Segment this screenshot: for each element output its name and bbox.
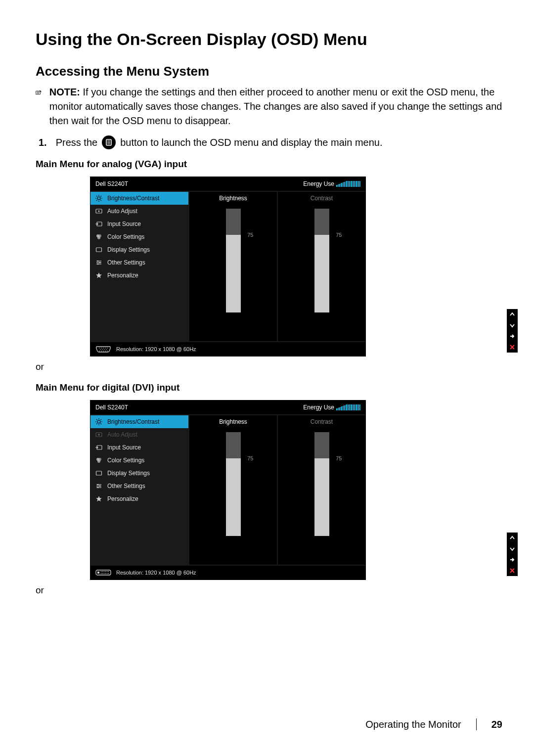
- svg-point-43: [103, 351, 104, 352]
- svg-point-41: [99, 351, 100, 352]
- svg-point-60: [97, 460, 100, 463]
- dvi-connector-icon: [95, 569, 111, 576]
- svg-line-16: [96, 200, 97, 201]
- svg-point-23: [97, 236, 100, 239]
- menu-personalize[interactable]: Personalize: [90, 492, 188, 505]
- nav-enter-button[interactable]: [507, 331, 518, 342]
- menu-input-source[interactable]: Input Source: [90, 218, 188, 230]
- menu-input-source[interactable]: Input Source: [90, 441, 188, 454]
- contrast-gauge[interactable]: 75: [314, 209, 329, 312]
- svg-point-39: [104, 349, 105, 350]
- note-prefix: NOTE:: [49, 87, 80, 97]
- svg-rect-81: [107, 573, 107, 574]
- energy-indicator: Energy Use: [303, 404, 360, 411]
- color-settings-icon: [95, 233, 102, 240]
- menu-item-label: Color Settings: [107, 233, 144, 240]
- svg-point-65: [97, 484, 99, 486]
- svg-point-32: [99, 348, 100, 349]
- svg-line-53: [96, 424, 97, 425]
- menu-item-label: Other Settings: [107, 259, 145, 266]
- section-title: Accessing the Menu System: [36, 64, 504, 79]
- menu-color-settings[interactable]: Color Settings: [90, 454, 188, 467]
- svg-point-67: [97, 487, 99, 489]
- contrast-gauge[interactable]: 75: [314, 432, 329, 536]
- menu-brightness-contrast[interactable]: Brightness/Contrast: [90, 415, 188, 428]
- svg-line-14: [96, 196, 97, 197]
- menu-personalize[interactable]: Personalize: [90, 269, 188, 282]
- brightness-gauge[interactable]: 75: [226, 432, 241, 536]
- energy-bars-icon: [336, 404, 360, 410]
- contrast-value: 75: [336, 455, 342, 461]
- star-icon: [95, 495, 102, 502]
- auto-adjust-icon: [95, 208, 102, 215]
- contrast-value: 75: [336, 232, 342, 238]
- nav-up-button[interactable]: [507, 533, 518, 543]
- energy-label: Energy Use: [303, 404, 334, 411]
- svg-point-66: [99, 486, 101, 487]
- brightness-column: Brightness 75: [188, 192, 277, 341]
- svg-rect-80: [105, 573, 106, 574]
- menu-item-label: Color Settings: [107, 457, 144, 464]
- osd-menu-list: Brightness/Contrast Auto Adjust Input So…: [90, 192, 188, 341]
- svg-point-34: [103, 348, 104, 349]
- svg-rect-79: [104, 573, 104, 574]
- menu-item-label: Auto Adjust: [107, 208, 137, 215]
- brightness-column: Brightness 75: [188, 415, 277, 565]
- or-separator: or: [36, 585, 504, 596]
- svg-marker-68: [96, 496, 102, 502]
- brightness-value: 75: [247, 455, 253, 461]
- color-settings-icon: [95, 457, 102, 464]
- energy-bars-icon: [336, 181, 360, 187]
- page-footer: Operating the Monitor 29: [365, 718, 502, 730]
- brightness-label: Brightness: [219, 195, 247, 202]
- menu-other-settings[interactable]: Other Settings: [90, 480, 188, 492]
- svg-point-9: [97, 197, 100, 200]
- sun-icon: [95, 195, 102, 202]
- menu-brightness-contrast[interactable]: Brightness/Contrast: [90, 192, 188, 205]
- svg-rect-75: [107, 571, 107, 572]
- note-icon: [36, 87, 42, 98]
- menu-auto-adjust[interactable]: Auto Adjust: [90, 205, 188, 218]
- svg-point-30: [97, 264, 99, 265]
- menu-item-label: Display Settings: [107, 246, 150, 253]
- svg-line-52: [101, 424, 102, 425]
- menu-display-settings[interactable]: Display Settings: [90, 243, 188, 256]
- svg-point-36: [107, 348, 108, 349]
- svg-rect-78: [102, 573, 103, 574]
- nav-up-button[interactable]: [507, 309, 518, 320]
- svg-point-38: [102, 349, 103, 350]
- svg-rect-72: [102, 571, 103, 572]
- menu-item-label: Personalize: [107, 495, 138, 502]
- menu-display-settings[interactable]: Display Settings: [90, 467, 188, 480]
- step-before: Press the: [56, 137, 97, 148]
- nav-enter-button[interactable]: [507, 554, 518, 565]
- resolution-text: Resolution: 1920 x 1080 @ 60Hz: [116, 570, 196, 576]
- menu-color-settings[interactable]: Color Settings: [90, 230, 188, 243]
- display-settings-icon: [95, 246, 102, 253]
- resolution-text: Resolution: 1920 x 1080 @ 60Hz: [116, 346, 196, 352]
- brightness-value: 75: [247, 232, 253, 238]
- menu-other-settings[interactable]: Other Settings: [90, 256, 188, 269]
- osd-menu-list: Brightness/Contrast Auto Adjust Input So…: [90, 415, 188, 565]
- nav-down-button[interactable]: [507, 320, 518, 331]
- svg-rect-70: [97, 572, 99, 574]
- footer-page-number: 29: [491, 719, 502, 730]
- svg-rect-77: [101, 573, 101, 574]
- svg-line-17: [101, 196, 102, 197]
- svg-point-44: [105, 351, 106, 352]
- nav-close-button[interactable]: [507, 342, 518, 353]
- svg-point-29: [99, 262, 101, 264]
- menu-item-label: Other Settings: [107, 483, 145, 489]
- brightness-gauge[interactable]: 75: [226, 209, 241, 312]
- nav-down-button[interactable]: [507, 543, 518, 554]
- step-after: button to launch the OSD menu and displa…: [120, 137, 382, 148]
- nav-close-button[interactable]: [507, 565, 518, 576]
- input-source-icon: [95, 221, 102, 227]
- footer-divider: [476, 718, 477, 730]
- osd-model: Dell S2240T: [95, 180, 128, 187]
- svg-rect-82: [108, 573, 109, 574]
- svg-point-19: [98, 211, 100, 212]
- svg-point-45: [107, 351, 108, 352]
- osd-nav-buttons: [507, 533, 518, 576]
- svg-point-42: [101, 351, 102, 352]
